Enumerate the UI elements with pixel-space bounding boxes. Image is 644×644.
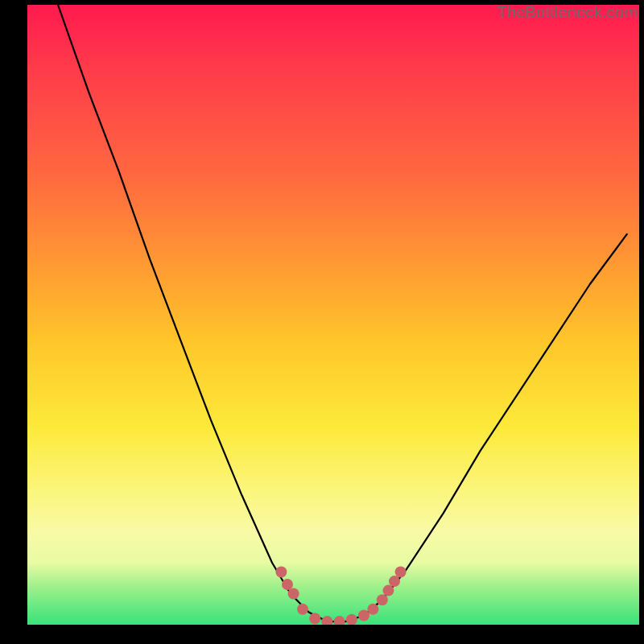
highlight-dot [297, 604, 308, 615]
highlight-dot [389, 576, 400, 587]
highlight-dot [282, 579, 293, 590]
highlight-dot [358, 610, 369, 621]
highlight-dot [275, 567, 287, 578]
bottleneck-curve [58, 5, 627, 621]
highlight-dot [377, 594, 388, 605]
highlight-dots [275, 567, 406, 625]
highlight-dot [321, 616, 332, 625]
plot-area [27, 5, 639, 625]
highlight-dot [395, 567, 407, 578]
highlight-dot [334, 616, 345, 625]
chart-frame: TheBottleneck.com [0, 0, 644, 644]
highlight-dot [309, 613, 320, 624]
highlight-dot [288, 588, 299, 600]
highlight-dot [382, 585, 394, 597]
highlight-dot [346, 614, 357, 625]
chart-svg [27, 5, 639, 625]
highlight-dot [367, 604, 378, 615]
